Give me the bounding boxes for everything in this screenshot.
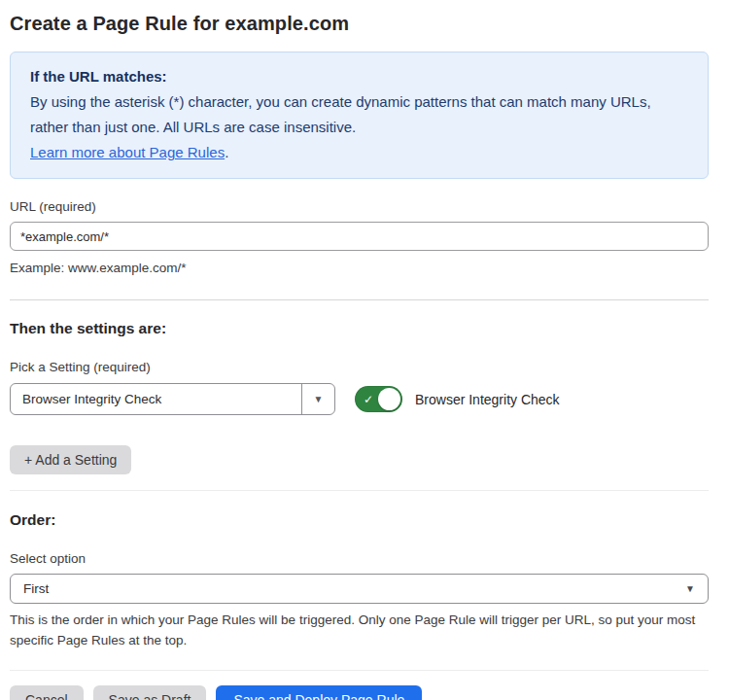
order-select-label: Select option [10,551,709,566]
page-title: Create a Page Rule for example.com [10,13,709,35]
browser-integrity-toggle[interactable]: ✓ [355,386,402,412]
pick-setting-label: Pick a Setting (required) [10,360,709,374]
learn-more-link[interactable]: Learn more about Page Rules [30,144,225,160]
order-select[interactable]: First ▼ [10,574,709,604]
divider-settings-order [10,490,709,491]
order-helper-text: This is the order in which your Page Rul… [10,610,706,650]
link-suffix: . [225,144,228,160]
save-deploy-button[interactable]: Save and Deploy Page Rule [216,685,422,700]
check-icon: ✓ [364,393,373,404]
url-example-helper: Example: www.example.com/* [10,258,709,278]
url-field-label: URL (required) [10,199,709,214]
cancel-button[interactable]: Cancel [10,685,84,700]
info-box-link-line: Learn more about Page Rules. [30,140,688,165]
order-select-value: First [23,581,49,596]
url-input[interactable] [10,222,709,251]
setting-select-arrow-cell[interactable]: ▼ [301,384,334,414]
info-box-heading: If the URL matches: [30,64,688,89]
page-rule-form: Create a Page Rule for example.com If th… [0,0,729,700]
setting-select-value: Browser Integrity Check [11,384,301,414]
order-section-heading: Order: [10,511,709,529]
settings-section-heading: Then the settings are: [10,320,709,337]
toggle-knob [378,388,400,410]
footer-actions: Cancel Save as Draft Save and Deploy Pag… [10,685,709,700]
info-box-body: By using the asterisk (*) character, you… [30,89,688,140]
save-draft-button[interactable]: Save as Draft [93,685,207,700]
chevron-down-icon: ▼ [685,583,695,594]
toggle-label: Browser Integrity Check [415,392,560,407]
url-match-info-box: If the URL matches: By using the asteris… [10,52,709,179]
divider-url-settings [10,299,709,300]
add-setting-button[interactable]: + Add a Setting [10,445,131,474]
setting-row: Browser Integrity Check ▼ ✓ Browser Inte… [10,383,709,415]
divider-footer [10,670,709,671]
chevron-down-icon: ▼ [314,394,324,404]
setting-select[interactable]: Browser Integrity Check ▼ [10,383,335,415]
